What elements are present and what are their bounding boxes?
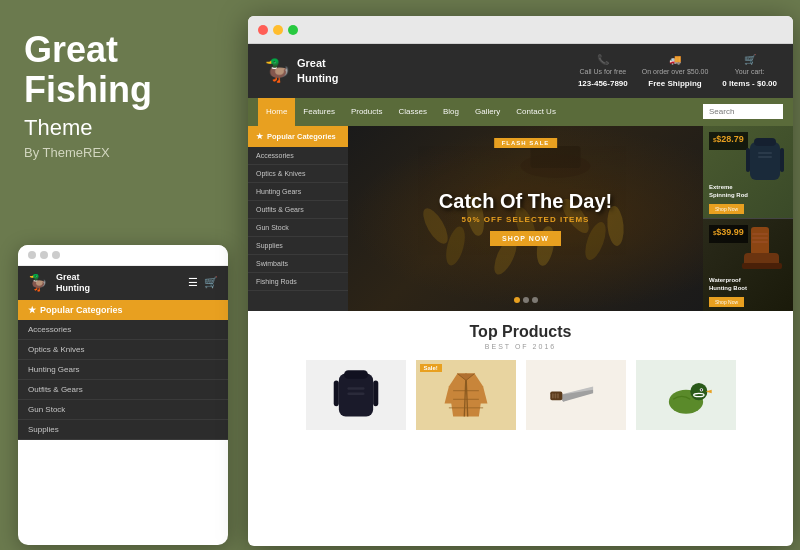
browser-dot-maximize[interactable]	[288, 25, 298, 35]
svg-rect-28	[373, 380, 378, 406]
mobile-menu-icon: ☰	[188, 276, 198, 289]
mobile-cat-list: Accessories Optics & Knives Hunting Gear…	[18, 320, 228, 440]
svg-point-36	[700, 389, 702, 391]
product-jacket-svg	[436, 365, 496, 425]
browser-titlebar	[248, 16, 793, 44]
mobile-titlebar	[18, 245, 228, 266]
cat-header: ★ Popular Categories	[248, 126, 348, 147]
boot-svg	[736, 225, 791, 275]
mobile-cat-item[interactable]: Outfits & Gears	[18, 380, 228, 400]
cat-list-item[interactable]: Hunting Gears	[248, 183, 348, 201]
svg-rect-12	[754, 138, 776, 146]
top-products-section: Top Products BEST OF 2016	[248, 311, 793, 448]
card1-label: Extreme Spinning Rod	[709, 184, 748, 200]
card1-shop-button[interactable]: Shop Now	[709, 204, 744, 214]
svg-rect-16	[780, 148, 784, 172]
card2-label: Waterproof Hunting Boot	[709, 277, 747, 293]
cat-list-item[interactable]: Outfits & Gears	[248, 201, 348, 219]
theme-title: Great Fishing	[24, 30, 224, 109]
header-info: 📞 Call Us for free 123-456-7890 🚚 On ord…	[578, 52, 777, 90]
product-card-3[interactable]	[526, 360, 626, 436]
cat-list-item[interactable]: Optics & Knives	[248, 165, 348, 183]
svg-rect-13	[758, 152, 772, 154]
mobile-duck-icon: 🦆	[28, 273, 48, 292]
cat-list-item[interactable]: Gun Stock	[248, 219, 348, 237]
product-image-4	[636, 360, 736, 430]
nav-item-classes[interactable]: Classes	[391, 98, 435, 126]
cat-star-icon: ★	[256, 132, 263, 141]
nav-item-products[interactable]: Products	[343, 98, 391, 126]
header-shipping-info: 🚚 On order over $50.00 Free Shipping	[642, 52, 709, 90]
mobile-cat-item[interactable]: Optics & Knives	[18, 340, 228, 360]
mobile-star-icon: ★	[28, 305, 36, 315]
svg-point-34	[690, 383, 707, 400]
header-phone-info: 📞 Call Us for free 123-456-7890	[578, 52, 628, 90]
card2-shop-button[interactable]: Shop Now	[709, 297, 744, 307]
nav-item-features[interactable]: Features	[295, 98, 343, 126]
left-panel: Great Fishing Theme By ThemeREX 🦆 Great …	[0, 0, 248, 550]
product-image-3	[526, 360, 626, 430]
mobile-cat-item[interactable]: Hunting Gears	[18, 360, 228, 380]
product-sale-badge: Sale!	[420, 364, 442, 372]
svg-rect-32	[557, 393, 559, 398]
hero-dot-3[interactable]	[532, 297, 538, 303]
mobile-cat-item[interactable]: Gun Stock	[18, 400, 228, 420]
product-card-2[interactable]: Sale!	[416, 360, 516, 436]
theme-by: By ThemeREX	[24, 145, 224, 160]
cat-list-item[interactable]: Supplies	[248, 237, 348, 255]
flash-sale-badge: FLASH SALE	[494, 138, 558, 148]
svg-rect-31	[554, 393, 556, 398]
product-knife-svg	[546, 365, 606, 425]
svg-rect-24	[344, 370, 368, 379]
mobile-nav: 🦆 Great Hunting ☰ 🛒	[18, 266, 228, 300]
hero-section: ★ Popular Categories Accessories Optics …	[248, 126, 793, 311]
side-card-1: $$28.79 Extreme Spinning Rod Shop Now	[703, 126, 793, 218]
hero-banner: FLASH SALE Catch Of The Day! 50% OFF SEL…	[348, 126, 703, 311]
svg-rect-26	[347, 392, 364, 395]
duck-logo-icon: 🦆	[264, 58, 291, 84]
mobile-nav-icons: ☰ 🛒	[188, 276, 218, 289]
svg-rect-22	[752, 241, 768, 243]
mobile-dot-1	[28, 251, 36, 259]
phone-icon: 📞	[578, 52, 628, 67]
mobile-logo-text: Great Hunting	[56, 272, 90, 294]
product-image-2: Sale!	[416, 360, 516, 430]
nav-item-home[interactable]: Home	[258, 98, 295, 126]
svg-rect-14	[758, 156, 772, 158]
nav-item-gallery[interactable]: Gallery	[467, 98, 508, 126]
top-products-title: Top Products	[264, 323, 777, 341]
svg-rect-21	[752, 237, 768, 239]
hero-dot-2[interactable]	[523, 297, 529, 303]
browser-dot-minimize[interactable]	[273, 25, 283, 35]
nav-item-contact[interactable]: Contact Us	[508, 98, 564, 126]
mobile-preview: 🦆 Great Hunting ☰ 🛒 ★ Popular Categories…	[18, 245, 228, 545]
hero-dots	[514, 297, 538, 303]
mobile-cat-item[interactable]: Accessories	[18, 320, 228, 340]
product-duck-svg	[656, 365, 716, 425]
product-card-4[interactable]	[636, 360, 736, 436]
hero-text: Catch Of The Day! 50% OFF SELECTED ITEMS…	[439, 190, 612, 246]
cat-list-item[interactable]: Fishing Rods	[248, 273, 348, 291]
cat-list-item[interactable]: Accessories	[248, 147, 348, 165]
site-logo: 🦆 Great Hunting	[264, 56, 339, 85]
hero-side-cards: $$28.79 Extreme Spinning Rod Shop Now	[703, 126, 793, 311]
cat-list-item[interactable]: Swimbaits	[248, 255, 348, 273]
theme-subtitle: Theme	[24, 115, 224, 141]
browser-dot-close[interactable]	[258, 25, 268, 35]
side-card-2: $$39.99 Waterproof Hunting Boot Shop Now	[703, 218, 793, 311]
svg-rect-15	[746, 148, 750, 172]
hero-title: Catch Of The Day!	[439, 190, 612, 212]
hero-dot-1[interactable]	[514, 297, 520, 303]
header-cart-info[interactable]: 🛒 Your cart: 0 Items - $0.00	[722, 52, 777, 90]
mobile-cat-item[interactable]: Supplies	[18, 420, 228, 440]
svg-rect-25	[347, 387, 364, 390]
svg-rect-30	[552, 393, 554, 398]
shipping-icon: 🚚	[642, 52, 709, 67]
product-card-1[interactable]	[306, 360, 406, 436]
hero-cta-button[interactable]: SHOP NOW	[490, 231, 561, 246]
nav-search-input[interactable]	[703, 104, 783, 119]
cart-icon: 🛒	[722, 52, 777, 67]
mobile-dot-3	[52, 251, 60, 259]
site-nav: Home Features Products Classes Blog Gall…	[248, 98, 793, 126]
nav-item-blog[interactable]: Blog	[435, 98, 467, 126]
